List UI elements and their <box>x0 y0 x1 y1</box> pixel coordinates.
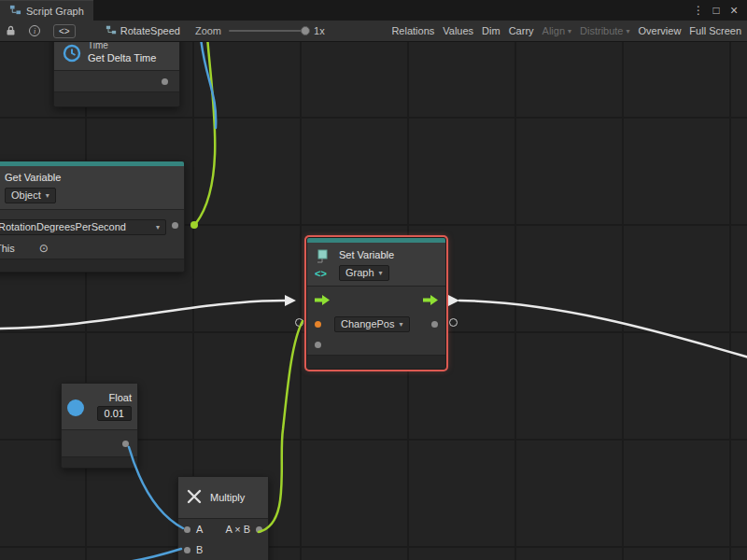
zoom-value: 1x <box>314 25 325 36</box>
port-circle-left[interactable] <box>295 318 303 327</box>
chevron-down-icon: ▾ <box>156 221 160 233</box>
node-category: Time <box>88 42 156 51</box>
code-icon[interactable]: <> <box>53 24 76 38</box>
output-port[interactable] <box>162 78 168 85</box>
full-screen-button[interactable]: Full Screen <box>685 23 745 38</box>
value-output-port[interactable] <box>172 222 178 229</box>
node-footer <box>62 456 137 468</box>
maximize-icon[interactable]: □ <box>709 4 724 17</box>
input-port[interactable] <box>315 342 321 348</box>
close-icon[interactable]: × <box>726 3 741 18</box>
chevron-down-icon: ▾ <box>568 27 571 35</box>
variable-name-row: RotationDegreesPerSecond ▾ <box>0 210 184 240</box>
variable-icon: <> <box>313 249 333 279</box>
node-set-variable[interactable]: <> Set Variable Graph ▾ <box>306 237 446 370</box>
green-port-dot[interactable] <box>190 221 198 229</box>
dim-button[interactable]: Dim <box>478 23 504 38</box>
wire-white-out[interactable] <box>459 301 747 357</box>
float-value-field[interactable]: 0.01 <box>97 406 132 421</box>
port-row <box>62 430 137 456</box>
zoom-label: Zoom <box>195 25 221 36</box>
value-input-port[interactable] <box>315 321 321 328</box>
distribute-button: Distribute ▾ <box>576 23 633 38</box>
multiply-icon <box>186 488 203 507</box>
node-title: Float <box>109 392 132 403</box>
script-graph-icon <box>9 4 21 18</box>
input-port-b[interactable] <box>184 547 190 553</box>
graph-toolbar: i <> RotateSpeed Zoom 1x Relations Value… <box>0 21 747 42</box>
tab-script-graph[interactable]: Script Graph <box>0 0 93 21</box>
chevron-down-icon: ▾ <box>46 189 49 202</box>
relations-button[interactable]: Relations <box>388 23 438 38</box>
code-glyph: <> <box>315 269 327 279</box>
node-float[interactable]: Float 0.01 <box>61 383 138 469</box>
graph-canvas[interactable]: Time Get Delta Time Get Variable Object … <box>0 42 747 560</box>
graph-name: RotateSpeed <box>106 24 180 37</box>
chevron-down-icon: ▾ <box>379 267 383 279</box>
this-row: This ⊙ <box>0 240 184 259</box>
node-header: Time Get Delta Time <box>54 42 179 70</box>
fallback-row <box>307 334 445 355</box>
node-title: Get Variable <box>5 172 178 183</box>
flow-output-port[interactable] <box>423 295 438 307</box>
output-port[interactable] <box>256 526 262 533</box>
wire-white-in[interactable] <box>0 301 285 329</box>
chevron-down-icon: ▾ <box>627 27 630 35</box>
variable-name-dropdown[interactable]: RotationDegreesPerSecond ▾ <box>0 219 166 235</box>
flow-input-port[interactable] <box>315 295 330 307</box>
object-picker-icon[interactable]: ⊙ <box>39 243 49 254</box>
input-port-a[interactable] <box>184 526 190 533</box>
wire-blue-top[interactable] <box>201 42 216 128</box>
node-footer <box>307 355 445 369</box>
node-get-variable[interactable]: Get Variable Object ▾ RotationDegreesPer… <box>0 161 185 273</box>
wire-green-top[interactable] <box>196 42 215 223</box>
graph-name-label: RotateSpeed <box>120 25 180 36</box>
port-row-b: B <box>178 539 268 560</box>
node-title: Set Variable <box>339 249 394 261</box>
align-button: Align ▾ <box>539 23 575 38</box>
chevron-down-icon: ▾ <box>400 318 403 330</box>
graph-name-icon <box>106 24 117 37</box>
float-icon <box>67 399 84 416</box>
flow-arrow-in-icon <box>285 295 296 306</box>
output-port[interactable] <box>122 441 129 447</box>
menu-icon[interactable]: ⋮ <box>691 4 706 17</box>
this-label: This <box>0 243 15 254</box>
tab-bar: Script Graph ⋮ □ × <box>0 0 747 21</box>
node-header: Float 0.01 <box>62 384 137 429</box>
node-title: Get Delta Time <box>88 51 156 64</box>
node-multiply[interactable]: Multiply A A × B B <box>177 476 269 560</box>
window-controls: ⋮ □ × <box>691 0 747 21</box>
variable-name-row: ChangePos ▾ <box>307 315 445 334</box>
flow-arrow-out-icon <box>448 295 459 306</box>
port-row <box>54 71 179 91</box>
clock-icon <box>62 43 82 65</box>
node-body: ChangePos ▾ <box>307 287 445 355</box>
node-header: Multiply <box>178 477 268 518</box>
scope-dropdown[interactable]: Object ▾ <box>5 188 56 203</box>
node-get-delta-time[interactable]: Time Get Delta Time <box>53 42 180 107</box>
input-b-label: B <box>196 544 203 555</box>
lock-icon[interactable] <box>6 25 16 36</box>
port-circle-right[interactable] <box>449 318 458 327</box>
flow-row <box>307 287 445 315</box>
zoom-slider[interactable] <box>229 30 307 32</box>
value-output-port[interactable] <box>431 321 438 328</box>
carry-button[interactable]: Carry <box>505 23 538 38</box>
toolbar-buttons: Relations Values Dim Carry Align ▾ Distr… <box>388 23 747 38</box>
scope-dropdown[interactable]: Graph ▾ <box>339 265 389 281</box>
variable-name-dropdown[interactable]: ChangePos ▾ <box>334 316 410 332</box>
node-footer <box>0 259 184 272</box>
output-label: A × B <box>225 524 250 535</box>
input-a-label: A <box>196 524 203 535</box>
node-footer <box>54 91 179 106</box>
info-icon[interactable]: i <box>29 25 40 36</box>
values-button[interactable]: Values <box>439 23 477 38</box>
port-row-a: A A × B <box>178 519 268 539</box>
node-title: Multiply <box>210 492 245 503</box>
zoom-slider-handle[interactable] <box>301 26 310 35</box>
tab-label: Script Graph <box>26 6 84 17</box>
wire-blue-bottom[interactable] <box>127 549 181 560</box>
overview-button[interactable]: Overview <box>635 23 685 38</box>
node-header: Get Variable Object ▾ <box>0 166 184 209</box>
